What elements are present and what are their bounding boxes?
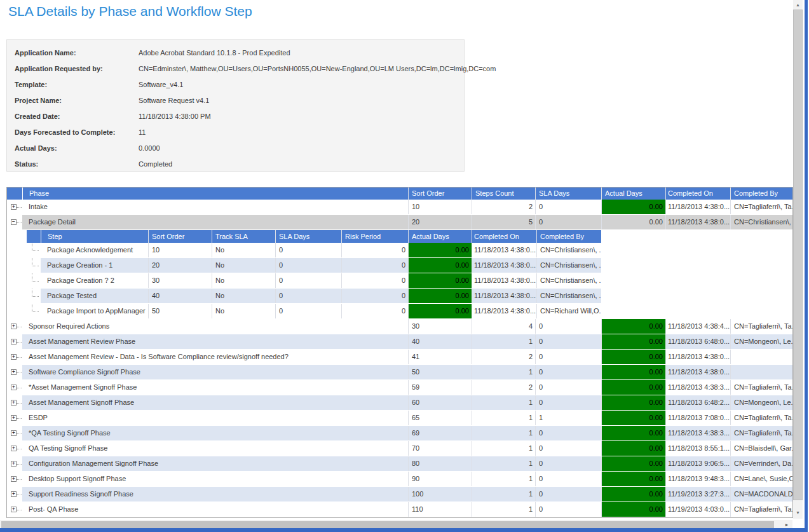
phase-row[interactable]: + Support Readiness Signoff Phase 100 1 … (7, 487, 792, 502)
step-row[interactable]: Package Import to AppManager 50 No 0 0 0… (27, 304, 601, 319)
step-name-cell: Package Tested (41, 289, 148, 303)
risk-period-cell: 0 (341, 273, 408, 288)
column-header-completed-on[interactable]: Completed On (665, 188, 730, 200)
expand-toggle-icon[interactable]: + (11, 430, 17, 436)
column-header-sla-days[interactable]: SLA Days (535, 188, 601, 200)
track-sla-cell: No (212, 289, 275, 303)
step-tree-cell (27, 258, 41, 273)
info-row: Status: Completed (7, 156, 464, 172)
phase-row[interactable]: + Asset Management Review Phase 40 1 0 0… (7, 334, 792, 350)
expand-toggle-icon[interactable]: + (11, 324, 17, 329)
column-header-risk-period[interactable]: Risk Period (341, 230, 408, 243)
expand-toggle-icon[interactable]: + (11, 507, 17, 512)
phase-row[interactable]: − Package Detail 20 5 0 0.00 11/18/2013 … (7, 215, 792, 230)
expander-cell: + (7, 365, 22, 379)
scroll-up-icon[interactable]: ▲ (793, 0, 803, 10)
completed-on-cell: 11/18/2013 4:38:0... (472, 273, 536, 288)
column-header-step-sla-days[interactable]: SLA Days (275, 230, 341, 243)
phase-row[interactable]: + Sponsor Required Actions 30 4 0 0.00 1… (7, 319, 792, 334)
sort-order-cell: 50 (148, 304, 212, 318)
column-header-step-sort-order[interactable]: Sort Order (148, 230, 212, 243)
step-row[interactable]: Package Tested 40 No 0 0 0.00 11/18/2013… (27, 289, 601, 304)
phase-rows: + Intake 10 2 0 0.00 11/18/2013 4:38:0..… (7, 200, 792, 517)
track-sla-cell: No (212, 304, 275, 318)
sla-days-cell: 0 (275, 258, 341, 273)
completed-on-cell: 11/19/2013 3:27:3... (665, 487, 730, 501)
expander-cell: + (7, 411, 22, 425)
actual-days-cell: 0.00 (408, 289, 472, 303)
completed-by-cell: CN=Tagliaferri\, Ta.. (730, 502, 792, 517)
steps-count-cell: 1 (472, 334, 535, 349)
step-row[interactable]: Package Creation - 1 20 No 0 0 0.00 11/1… (27, 258, 601, 273)
expand-toggle-icon[interactable]: + (11, 369, 17, 375)
column-header-step[interactable]: Step (41, 230, 148, 243)
actual-days-cell: 0.00 (601, 334, 665, 349)
steps-count-cell: 1 (472, 441, 535, 456)
expander-cell: + (7, 380, 22, 395)
track-sla-cell: No (212, 243, 275, 257)
expand-toggle-icon[interactable]: + (11, 204, 17, 210)
step-row[interactable]: Package Acknowledgement 10 No 0 0 0.00 1… (27, 243, 601, 258)
expand-toggle-icon[interactable]: + (11, 339, 17, 344)
sort-order-cell: 59 (408, 380, 472, 395)
phase-row[interactable]: + QA Testing Signoff Phase 70 1 0 0.00 1… (7, 441, 792, 456)
sla-days-cell: 0 (535, 472, 601, 486)
column-header-step-actual-days[interactable]: Actual Days (408, 230, 472, 243)
steps-count-cell: 2 (472, 350, 535, 364)
sort-order-cell: 60 (408, 395, 472, 410)
completed-on-cell: 11/18/2013 4:38:3... (665, 380, 730, 395)
tree-dots (17, 441, 22, 449)
column-header-sort-order[interactable]: Sort Order (408, 188, 472, 200)
expand-toggle-icon[interactable]: + (11, 491, 17, 497)
tree-branch-icon (32, 243, 39, 251)
column-header-step-completed-by[interactable]: Completed By (536, 230, 601, 243)
column-header-completed-by[interactable]: Completed By (730, 188, 792, 200)
tree-dots (17, 411, 22, 419)
expand-toggle-icon[interactable]: + (11, 461, 17, 467)
steps-count-cell: 1 (472, 487, 535, 501)
phase-row[interactable]: + Software Compliance Signoff Phase 50 1… (7, 365, 792, 380)
scroll-down-icon[interactable]: ▼ (793, 508, 803, 517)
expand-toggle-icon[interactable]: + (11, 400, 17, 406)
actual-days-cell: 0.00 (601, 502, 665, 517)
expander-cell: + (7, 502, 22, 517)
expand-toggle-icon[interactable]: + (11, 446, 17, 451)
step-row[interactable]: Package Creation ? 2 30 No 0 0 0.00 11/1… (27, 273, 601, 289)
expand-toggle-icon[interactable]: + (11, 354, 17, 360)
expand-toggle-icon[interactable]: + (11, 385, 17, 390)
actual-days-cell: 0.00 (601, 350, 665, 364)
tree-dots (17, 487, 22, 495)
step-header-row: Step Sort Order Track SLA SLA Days Risk … (27, 230, 601, 243)
column-header-steps-count[interactable]: Steps Count (472, 188, 535, 200)
phase-row[interactable]: + Asset Management Review - Data - Is So… (7, 350, 792, 365)
phase-row[interactable]: + Configuration Management Signoff Phase… (7, 456, 792, 472)
expand-toggle-icon[interactable]: − (11, 219, 17, 225)
completed-on-cell: 11/18/2013 6:48:0... (665, 334, 730, 349)
expand-toggle-icon[interactable]: + (11, 415, 17, 421)
column-header-actual-days[interactable]: Actual Days (601, 188, 665, 200)
vertical-scroll-thumb[interactable] (793, 10, 803, 500)
phase-name-cell: Desktop Support Signoff Phase (22, 472, 408, 486)
phase-row[interactable]: + Desktop Support Signoff Phase 90 1 0 0… (7, 472, 792, 487)
vertical-scrollbar[interactable]: ▲ ▼ (793, 0, 803, 519)
info-row: Days Forecasted to Complete: 11 (7, 125, 464, 140)
actual-days-cell: 0.00 (601, 456, 665, 471)
phase-row[interactable]: + *QA Testing Signoff Phase 69 1 0 0.00 … (7, 426, 792, 441)
sort-order-cell: 90 (408, 472, 472, 486)
expand-toggle-icon[interactable]: + (11, 476, 17, 482)
horizontal-scroll-thumb[interactable] (1, 521, 774, 528)
column-header-track-sla[interactable]: Track SLA (212, 230, 275, 243)
phase-row[interactable]: + Asset Management Signoff Phase 60 1 0 … (7, 395, 792, 411)
sort-order-cell: 10 (148, 243, 212, 257)
phase-row[interactable]: + Post- QA Phase 110 1 0 0.00 11/19/2013… (7, 502, 792, 517)
phase-row[interactable]: + Intake 10 2 0 0.00 11/18/2013 4:38:0..… (7, 200, 792, 215)
phase-row[interactable]: + *Asset Management Signoff Phase 59 2 0… (7, 380, 792, 395)
step-name-cell: Package Import to AppManager (41, 304, 148, 318)
column-header-phase[interactable]: Phase (22, 188, 408, 200)
actual-days-cell: 0.00 (408, 273, 472, 288)
phase-row[interactable]: + ESDP 65 1 1 0.00 11/18/2013 7:08:0... … (7, 411, 792, 426)
tree-dots (17, 365, 22, 373)
column-header-step-completed-on[interactable]: Completed On (472, 230, 536, 243)
actual-days-cell: 0.00 (601, 215, 665, 229)
sort-order-cell: 40 (148, 289, 212, 303)
